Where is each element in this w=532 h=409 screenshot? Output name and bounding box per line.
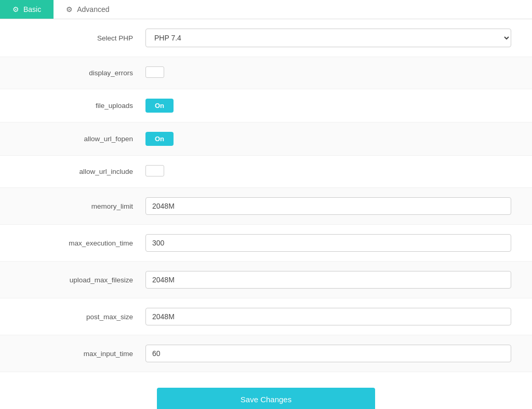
row-file-uploads: file_uploads On xyxy=(0,89,532,122)
basic-tab-icon: ⚙ xyxy=(12,5,19,13)
label-file-uploads: file_uploads xyxy=(21,102,145,110)
control-allow-url-include xyxy=(145,165,511,178)
tabs-bar: ⚙ Basic ⚙ Advanced xyxy=(0,0,532,19)
row-memory-limit: memory_limit xyxy=(0,188,532,225)
row-post-max-size: post_max_size xyxy=(0,298,532,335)
tab-basic[interactable]: ⚙ Basic xyxy=(0,0,54,19)
toggle-allow-url-fopen[interactable]: On xyxy=(145,132,174,146)
page-wrapper: ⚙ Basic ⚙ Advanced Select PHP PHP 7.4 PH… xyxy=(0,0,532,409)
label-select-php: Select PHP xyxy=(21,34,145,42)
label-memory-limit: memory_limit xyxy=(21,202,145,210)
tab-advanced[interactable]: ⚙ Advanced xyxy=(54,0,122,19)
control-allow-url-fopen: On xyxy=(145,132,511,146)
input-memory-limit[interactable] xyxy=(145,197,511,215)
row-max-input-time: max_input_time xyxy=(0,335,532,372)
tab-advanced-label: Advanced xyxy=(77,5,109,13)
control-max-execution-time xyxy=(145,234,511,252)
control-memory-limit xyxy=(145,197,511,215)
actions-area: Save Changes Restart PHP xyxy=(0,372,532,409)
row-display-errors: display_errors xyxy=(0,57,532,89)
save-changes-button[interactable]: Save Changes xyxy=(157,388,375,409)
input-upload-max-filesize[interactable] xyxy=(145,271,511,289)
control-max-input-time xyxy=(145,345,511,362)
tab-basic-label: Basic xyxy=(23,5,41,13)
toggle-file-uploads[interactable]: On xyxy=(145,99,174,113)
label-max-execution-time: max_execution_time xyxy=(21,239,145,247)
row-upload-max-filesize: upload_max_filesize xyxy=(0,262,532,298)
advanced-tab-icon: ⚙ xyxy=(66,5,73,13)
input-max-input-time[interactable] xyxy=(145,345,511,362)
control-post-max-size xyxy=(145,308,511,325)
toggle-allow-url-include[interactable] xyxy=(145,165,164,176)
row-select-php: Select PHP PHP 7.4 PHP 7.3 PHP 7.2 PHP 8… xyxy=(0,19,532,57)
control-file-uploads: On xyxy=(145,99,511,113)
label-max-input-time: max_input_time xyxy=(21,350,145,358)
control-upload-max-filesize xyxy=(145,271,511,289)
select-php-dropdown[interactable]: PHP 7.4 PHP 7.3 PHP 7.2 PHP 8.0 PHP 8.1 … xyxy=(145,29,511,47)
input-max-execution-time[interactable] xyxy=(145,234,511,252)
label-allow-url-include: allow_url_include xyxy=(21,168,145,175)
form-content: Select PHP PHP 7.4 PHP 7.3 PHP 7.2 PHP 8… xyxy=(0,19,532,372)
label-display-errors: display_errors xyxy=(21,69,145,77)
control-display-errors xyxy=(145,66,511,79)
toggle-display-errors[interactable] xyxy=(145,66,164,78)
control-select-php: PHP 7.4 PHP 7.3 PHP 7.2 PHP 8.0 PHP 8.1 … xyxy=(145,29,511,47)
label-upload-max-filesize: upload_max_filesize xyxy=(21,276,145,284)
label-post-max-size: post_max_size xyxy=(21,313,145,321)
label-allow-url-fopen: allow_url_fopen xyxy=(21,135,145,143)
row-allow-url-include: allow_url_include xyxy=(0,156,532,188)
row-allow-url-fopen: allow_url_fopen On xyxy=(0,122,532,156)
row-max-execution-time: max_execution_time xyxy=(0,225,532,262)
input-post-max-size[interactable] xyxy=(145,308,511,325)
